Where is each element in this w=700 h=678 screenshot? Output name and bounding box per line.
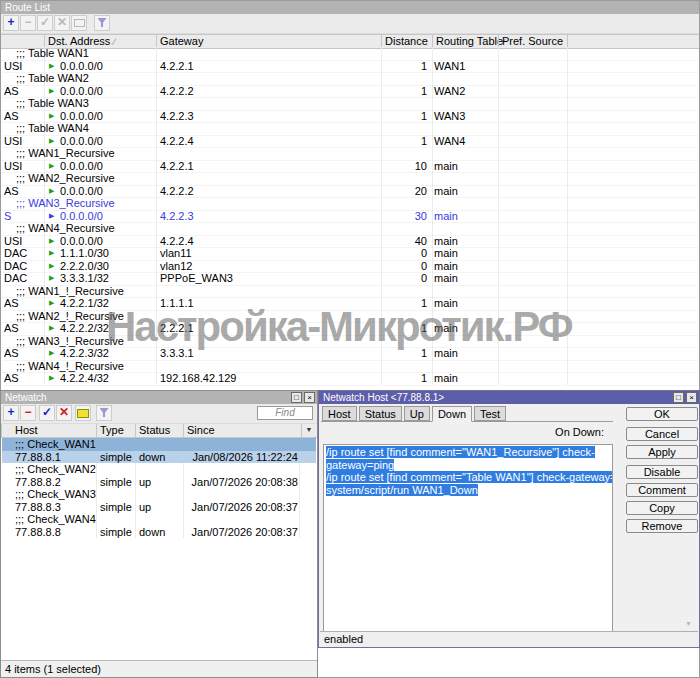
selected-text: /ip route set [find comment="Table WAN1"… xyxy=(326,471,613,483)
route-dst-address: 1.1.1.0/30 xyxy=(60,247,109,260)
enable-route-button[interactable]: ✓ xyxy=(37,15,53,31)
route-flags: AS xyxy=(4,110,19,123)
apply-button[interactable]: Apply xyxy=(626,445,698,459)
host-row[interactable]: 77.88.8.8simpledownJan/07/2026 20:08:37 xyxy=(2,526,316,539)
route-row[interactable]: DAC▶2.2.2.0/30vlan120main xyxy=(2,260,698,273)
close-button[interactable]: × xyxy=(304,392,315,403)
host-row[interactable]: 77.88.8.1simpledownJan/08/2026 11:22:24 xyxy=(2,451,316,464)
tab-host[interactable]: Host xyxy=(322,406,357,421)
scroll-down-icon[interactable]: ▼ xyxy=(685,620,692,627)
host-row[interactable]: 77.88.8.3simpleupJan/07/2026 20:08:37 xyxy=(2,501,316,514)
tab-up[interactable]: Up xyxy=(404,406,430,421)
route-row[interactable]: USI▶0.0.0.0/04.2.2.440main xyxy=(2,235,698,248)
comment-row[interactable]: ;;; WAN4_Recursive xyxy=(2,222,698,235)
route-dst-address: 0.0.0.0/0 xyxy=(60,110,103,123)
route-row[interactable]: AS▶4.2.2.4/32192.168.42.1291main xyxy=(2,372,698,385)
comment-row[interactable]: ;;; Table WAN1 xyxy=(2,47,698,60)
column-header-host[interactable]: Host xyxy=(1,424,96,437)
route-routing-table: main xyxy=(434,272,458,285)
route-list-titlebar[interactable]: Route List xyxy=(1,1,699,14)
enable-host-button[interactable]: ✓ xyxy=(39,405,55,421)
column-header-since[interactable]: Since xyxy=(183,424,299,437)
comment-row[interactable]: ;;; WAN3_Recursive xyxy=(2,197,698,210)
host-address: 77.88.8.2 xyxy=(15,476,61,489)
comment-button[interactable]: Comment xyxy=(626,483,698,497)
on-down-script[interactable]: /ip route set [find comment="WAN1_Recurs… xyxy=(323,444,613,632)
comment-row[interactable]: ;;; Check_WAN3 xyxy=(2,488,316,501)
comment-row[interactable]: ;;; Table WAN3 xyxy=(2,97,698,110)
route-arrow-icon: ▶ xyxy=(49,160,54,173)
comment-row[interactable]: ;;; WAN1_Recursive xyxy=(2,147,698,160)
tab-test[interactable]: Test xyxy=(474,406,506,421)
column-header-status[interactable]: Status xyxy=(135,424,183,437)
ok-button[interactable]: OK xyxy=(626,407,698,421)
netwatch-titlebar[interactable]: Netwatch □ × xyxy=(1,391,317,404)
route-row[interactable]: AS▶0.0.0.0/04.2.2.21WAN2 xyxy=(2,85,698,98)
comment-folder-icon xyxy=(77,409,89,418)
comment-row[interactable]: ;;; Check_WAN4 xyxy=(2,513,316,526)
host-status: down xyxy=(139,526,165,539)
selected-text: /ip route set [find comment="WAN1_Recurs… xyxy=(326,446,595,458)
items-count-status: 4 items (1 selected) xyxy=(1,660,317,677)
comment-row[interactable]: ;;; WAN2_Recursive xyxy=(2,172,698,185)
route-dst-address: 4.2.2.4/32 xyxy=(60,372,109,385)
route-row[interactable]: USI▶0.0.0.0/04.2.2.110main xyxy=(2,160,698,173)
route-row[interactable]: DAC▶1.1.1.0/30vlan110main xyxy=(2,247,698,260)
remove-route-button[interactable]: − xyxy=(20,15,36,31)
route-flags: AS xyxy=(4,85,19,98)
column-header-type[interactable]: Type xyxy=(96,424,135,437)
route-row[interactable]: AS▶0.0.0.0/04.2.2.31WAN3 xyxy=(2,110,698,123)
find-input[interactable]: Find xyxy=(257,406,313,420)
host-type: simple xyxy=(100,526,132,539)
comment-text: ;;; Check_WAN1 xyxy=(15,438,96,451)
restore-button[interactable]: □ xyxy=(673,392,684,403)
comment-route-button[interactable] xyxy=(71,15,87,31)
host-type: simple xyxy=(100,451,132,464)
restore-button[interactable]: □ xyxy=(291,392,302,403)
remove-icon: − xyxy=(24,405,31,419)
filter-hosts-button[interactable] xyxy=(96,405,112,421)
route-row[interactable]: USI▶0.0.0.0/04.2.2.41WAN4 xyxy=(2,135,698,148)
route-gateway: PPPoE_WAN3 xyxy=(160,272,233,285)
route-arrow-icon: ▶ xyxy=(49,60,54,73)
disable-route-button[interactable]: ✕ xyxy=(54,15,70,31)
route-arrow-icon: ▶ xyxy=(49,260,54,273)
filter-routes-button[interactable] xyxy=(94,15,110,31)
filter-icon xyxy=(98,18,107,27)
tab-down[interactable]: Down xyxy=(432,406,472,422)
comment-row[interactable]: ;;; Table WAN2 xyxy=(2,72,698,85)
remove-host-button[interactable]: − xyxy=(20,405,36,421)
copy-button[interactable]: Copy xyxy=(626,501,698,515)
comment-row[interactable]: ;;; Table WAN4 xyxy=(2,122,698,135)
route-arrow-icon: ▶ xyxy=(49,85,54,98)
comment-row[interactable]: ;;; WAN1_!_Recursive xyxy=(2,285,698,298)
column-select-button[interactable]: ▼ xyxy=(301,424,316,437)
host-row[interactable]: 77.88.8.2simpleupJan/07/2026 20:08:38 xyxy=(2,476,316,489)
route-distance: 1 xyxy=(380,85,427,98)
add-host-button[interactable]: + xyxy=(3,405,19,421)
filter-icon xyxy=(100,408,109,417)
netwatch-host-titlebar[interactable]: Netwatch Host <77.88.8.1> □ × xyxy=(319,391,699,404)
route-row[interactable]: AS▶0.0.0.0/04.2.2.220main xyxy=(2,185,698,198)
tab-status[interactable]: Status xyxy=(359,406,402,421)
comment-row[interactable]: ;;; Check_WAN1 xyxy=(2,438,316,451)
disable-button[interactable]: Disable xyxy=(626,465,698,479)
route-row[interactable]: S▶0.0.0.0/04.2.2.330main xyxy=(2,210,698,223)
close-button[interactable]: × xyxy=(686,392,697,403)
disable-host-button[interactable]: ✕ xyxy=(56,405,72,421)
dialog-tabs: HostStatusUpDownTest xyxy=(322,406,508,422)
comment-row[interactable]: ;;; Check_WAN2 xyxy=(2,463,316,476)
comment-row[interactable]: ;;; WAN4_!_Recursive xyxy=(2,360,698,373)
chevron-down-icon: ▼ xyxy=(306,426,313,433)
cancel-button[interactable]: Cancel xyxy=(626,427,698,441)
route-routing-table: main xyxy=(434,260,458,273)
netwatch-toolbar: + − ✓ ✕ Find xyxy=(1,404,317,424)
route-row[interactable]: USI▶0.0.0.0/04.2.2.11WAN1 xyxy=(2,60,698,73)
remove-button[interactable]: Remove xyxy=(626,519,698,533)
comment-text: ;;; WAN1_Recursive xyxy=(16,147,115,160)
add-route-button[interactable]: + xyxy=(3,15,19,31)
comment-host-button[interactable] xyxy=(75,405,91,421)
route-distance: 20 xyxy=(380,185,427,198)
route-dst-address: 0.0.0.0/0 xyxy=(60,235,103,248)
route-row[interactable]: DAC▶3.3.3.1/32PPPoE_WAN30main xyxy=(2,272,698,285)
